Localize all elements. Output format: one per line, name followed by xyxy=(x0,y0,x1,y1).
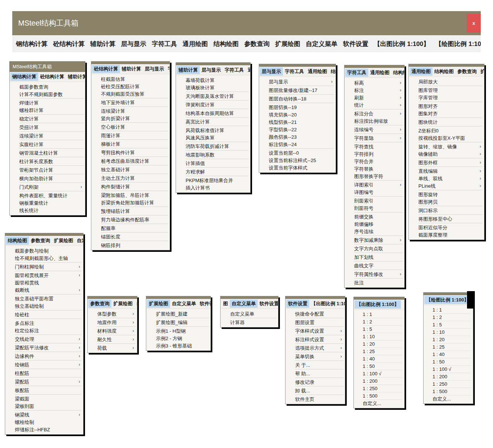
menu-item[interactable]: 标注按比例缩放 xyxy=(345,117,404,125)
menu-item[interactable]: 梯板计算 xyxy=(91,140,170,148)
menubar-item[interactable]: 层与显示 xyxy=(200,66,223,74)
menu-item[interactable]: 1 : 2 xyxy=(354,318,404,325)
menu-item[interactable]: 弯剪扭构件计算 xyxy=(91,149,170,156)
menubar-item[interactable]: 自定义菜单 xyxy=(304,39,340,49)
menu-item[interactable]: 独立基础绘制 xyxy=(5,302,83,310)
menu-item[interactable]: 折梁折角处附加箍筋计算 xyxy=(91,199,170,206)
menu-item[interactable]: 图形外框› xyxy=(409,159,484,166)
menubar-item[interactable]: 辅助计算 xyxy=(177,66,200,74)
menu-item[interactable]: 图层自动转换--18 xyxy=(259,95,336,102)
menu-item[interactable]: 1 : 100 √ xyxy=(354,370,404,377)
menu-item[interactable]: 稳定计算 xyxy=(10,115,85,122)
menu-item[interactable]: 玻璃板块计算 xyxy=(176,84,250,91)
menu-item[interactable]: 详图编号 xyxy=(345,188,404,196)
menu-item[interactable]: 1 : 500 xyxy=(424,388,473,395)
menubar-item[interactable]: 层与显示 xyxy=(143,65,166,73)
menu-item[interactable]: 图形拷贝 xyxy=(409,198,484,205)
menubar-item[interactable]: 砼结构计算 xyxy=(38,73,66,81)
menu-item[interactable]: 颜色切换--23 xyxy=(259,133,336,141)
menu-item[interactable]: 截断线› xyxy=(5,286,83,294)
menu-item[interactable]: 1 : 10 xyxy=(354,333,404,340)
menu-item[interactable]: 地下室外墙计算 xyxy=(91,99,170,106)
menu-item[interactable]: 构件裂缝计算 xyxy=(91,183,170,190)
menu-item[interactable]: 绘不规则截面形心、主轴 xyxy=(5,254,83,262)
menubar-item[interactable]: 层与显示 xyxy=(260,67,283,76)
menubar-item[interactable]: 通用绘 xyxy=(246,66,250,74)
menu-item[interactable]: 边缘构件› xyxy=(5,352,83,360)
menu-item[interactable]: 螺栓群计算 xyxy=(10,106,85,114)
menu-item[interactable]: 图层批量修改/新建--17 xyxy=(259,86,336,94)
menubar-item[interactable]: 参数查询 xyxy=(88,300,111,308)
menubar-item[interactable]: 扩展绘图 xyxy=(147,300,170,308)
menu-item[interactable]: 竖向折梁计算 xyxy=(91,115,170,122)
menubar-item[interactable]: 辅助计算 xyxy=(88,39,118,49)
menu-item[interactable]: 1 : 200 xyxy=(424,373,473,380)
menu-item[interactable]: 门刚柱脚绘制› xyxy=(5,263,83,270)
menu-item[interactable]: 1 : 40 xyxy=(354,355,404,362)
menubar-item[interactable]: 通用绘图 xyxy=(409,67,432,76)
menu-item[interactable]: 风荷载标准值计算 xyxy=(176,126,250,134)
menu-item[interactable]: 1 : 40 xyxy=(424,351,473,358)
menubar-item[interactable]: 图 xyxy=(221,300,230,308)
menubar-item[interactable]: 结构绘 xyxy=(329,67,336,76)
menu-item[interactable]: 插入计算书 xyxy=(176,184,250,191)
menu-item[interactable]: 设置当前层--0 xyxy=(259,149,336,157)
menubar-item[interactable]: 软件设置 xyxy=(258,300,278,308)
menu-item[interactable]: 剖面索引 xyxy=(345,197,404,204)
menu-item[interactable]: 管桁架节点计算 xyxy=(10,166,85,174)
menubar-item[interactable]: 结构绘图 xyxy=(391,69,404,77)
menu-item[interactable]: 1 : 1 xyxy=(354,311,404,318)
menubar-item[interactable]: 字符工具 xyxy=(345,69,368,77)
menubar-item[interactable]: 自定义菜单 xyxy=(230,300,258,308)
menu-item[interactable]: 图形旋转 xyxy=(409,191,484,198)
menubar-item[interactable]: 辅助计算 xyxy=(120,65,143,73)
menu-item[interactable]: 梁配筋› xyxy=(5,378,83,385)
menu-item[interactable]: 结构基本自振周期估算 xyxy=(176,109,250,117)
menubar-item[interactable]: 自 xyxy=(134,300,137,308)
menu-item[interactable]: 加下划线 xyxy=(345,253,404,261)
menu-item[interactable]: 预埋锚筋计算 xyxy=(91,207,170,215)
menu-item[interactable]: 字符合并 xyxy=(345,158,404,165)
menu-item[interactable]: 耐久性› xyxy=(88,336,137,343)
menu-item[interactable]: 填充切换--20 xyxy=(259,111,336,118)
menu-item[interactable]: 图集对齐 xyxy=(409,110,484,117)
menu-item[interactable]: 连续编号› xyxy=(345,126,404,133)
menu-item[interactable]: 示例3 - 锥形基础 xyxy=(146,342,210,349)
menu-item[interactable]: 自定义菜单 xyxy=(221,310,278,317)
menu-item[interactable]: 1 : 2 xyxy=(424,314,473,321)
menu-item[interactable]: 设置当前字体样式 xyxy=(259,164,336,171)
menu-item[interactable]: 绘钢筋› xyxy=(5,361,83,368)
menubar-item[interactable]: 砼结构计算 xyxy=(92,65,120,73)
menu-item[interactable]: 锚固长度 xyxy=(91,233,170,240)
menubar-item[interactable]: 【出图比例 1:100 xyxy=(309,300,345,308)
menu-item[interactable]: 图形替换字符 xyxy=(345,172,404,180)
menubar-item[interactable]: 钢结构计算 xyxy=(10,73,38,81)
menubar-item[interactable]: 通用绘图 xyxy=(180,39,210,49)
menu-item[interactable]: 柱计算长度系数 xyxy=(10,158,85,165)
menu-item[interactable]: 受扭计算 xyxy=(10,123,85,131)
menu-item[interactable]: 图块统计 xyxy=(409,118,484,126)
menu-item[interactable]: 1 : 20 xyxy=(424,336,473,343)
menu-item[interactable]: 消防车荷载折减计算 xyxy=(176,142,250,150)
menu-item[interactable]: 文字方向点取 xyxy=(345,245,404,252)
menu-item[interactable]: 曲线文字 xyxy=(345,262,404,269)
menubar-item[interactable]: 【出图比例 1:100】 xyxy=(355,300,401,309)
menu-item[interactable]: 1 : 5 xyxy=(424,321,473,328)
menubar-item[interactable]: 扩展绘图 xyxy=(52,237,75,245)
menubar-item[interactable]: 软件设置 xyxy=(286,300,309,308)
menubar-item[interactable]: 通用绘图 xyxy=(368,69,391,77)
menu-item[interactable]: 字符显隐› xyxy=(345,134,404,142)
menu-item[interactable]: 1 : 25 xyxy=(354,348,404,355)
menu-item[interactable]: 单线、双线› xyxy=(409,175,484,182)
menu-item[interactable]: 面积近似等分 xyxy=(409,224,484,231)
menu-item[interactable]: 钢板重量统计 xyxy=(10,199,85,207)
menubar-item[interactable]: 软件设置 xyxy=(341,39,370,49)
menu-item[interactable]: 剖面符号 xyxy=(345,204,404,212)
menu-item[interactable]: 地震作用› xyxy=(88,319,137,326)
menu-item[interactable]: 图层切换--19 xyxy=(259,103,336,111)
menu-item[interactable]: 圆管相贯线展开› xyxy=(5,271,83,279)
menu-item[interactable]: 方程求解 xyxy=(176,168,250,175)
menu-item[interactable]: 将图形移至中心 xyxy=(409,215,484,223)
menu-item[interactable]: 字符排列 xyxy=(345,150,404,158)
menu-item[interactable]: 天沟断面及落水管计算 xyxy=(176,92,250,100)
